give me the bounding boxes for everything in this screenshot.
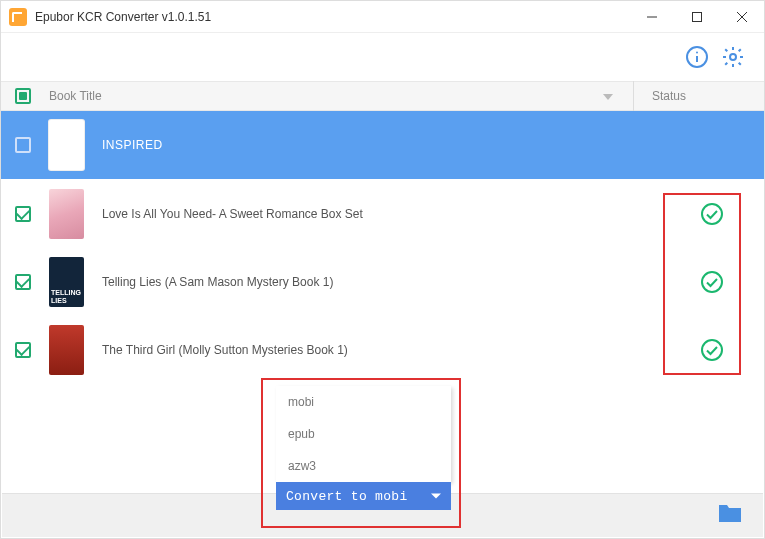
column-header-title[interactable]: Book Title bbox=[49, 89, 633, 103]
book-title: Love Is All You Need- A Sweet Romance Bo… bbox=[102, 207, 659, 221]
gear-icon[interactable] bbox=[720, 44, 746, 70]
maximize-button[interactable] bbox=[674, 2, 719, 32]
svg-rect-1 bbox=[692, 12, 701, 21]
table-row[interactable]: INSPIRED bbox=[1, 111, 764, 179]
format-dropdown: mobi epub azw3 Convert to mobi bbox=[276, 386, 451, 510]
window-controls bbox=[629, 2, 764, 32]
app-icon bbox=[9, 8, 27, 26]
book-title: The Third Girl (Molly Sutton Mysteries B… bbox=[102, 343, 659, 357]
table-row[interactable]: TELLINGLIES Telling Lies (A Sam Mason My… bbox=[1, 247, 764, 315]
book-thumbnail bbox=[49, 120, 84, 170]
column-status-label: Status bbox=[652, 89, 686, 103]
app-window: Epubor KCR Converter v1.0.1.51 bbox=[0, 0, 765, 539]
book-list: INSPIRED Love Is All You Need- A Sweet R… bbox=[1, 111, 764, 383]
convert-button-label: Convert to mobi bbox=[286, 489, 408, 504]
svg-point-8 bbox=[702, 204, 722, 224]
close-button[interactable] bbox=[719, 2, 764, 32]
column-title-label: Book Title bbox=[49, 89, 102, 103]
checkmark-icon bbox=[700, 270, 724, 294]
column-header-status[interactable]: Status bbox=[634, 89, 764, 103]
folder-icon[interactable] bbox=[717, 502, 743, 527]
svg-point-9 bbox=[702, 272, 722, 292]
status-cell bbox=[659, 202, 764, 226]
dropdown-option-azw3[interactable]: azw3 bbox=[276, 450, 451, 482]
row-checkbox[interactable] bbox=[15, 274, 31, 290]
status-cell bbox=[659, 338, 764, 362]
row-checkbox[interactable] bbox=[15, 342, 31, 358]
chevron-down-icon bbox=[431, 494, 441, 499]
toolbar bbox=[1, 33, 764, 81]
checkmark-icon bbox=[700, 338, 724, 362]
convert-button[interactable]: Convert to mobi bbox=[276, 482, 451, 510]
table-row[interactable]: Love Is All You Need- A Sweet Romance Bo… bbox=[1, 179, 764, 247]
minimize-button[interactable] bbox=[629, 2, 674, 32]
dropdown-option-epub[interactable]: epub bbox=[276, 418, 451, 450]
svg-point-10 bbox=[702, 340, 722, 360]
checkmark-icon bbox=[700, 202, 724, 226]
book-title: Telling Lies (A Sam Mason Mystery Book 1… bbox=[102, 275, 659, 289]
select-all-checkbox[interactable] bbox=[15, 88, 31, 104]
row-checkbox[interactable] bbox=[15, 206, 31, 222]
sort-icon bbox=[603, 89, 613, 103]
svg-point-5 bbox=[696, 52, 698, 54]
book-thumbnail bbox=[49, 325, 84, 375]
dropdown-option-mobi[interactable]: mobi bbox=[276, 386, 451, 418]
book-thumbnail bbox=[49, 189, 84, 239]
info-icon[interactable] bbox=[684, 44, 710, 70]
titlebar: Epubor KCR Converter v1.0.1.51 bbox=[1, 1, 764, 33]
svg-point-7 bbox=[730, 54, 736, 60]
dropdown-menu: mobi epub azw3 bbox=[276, 386, 451, 482]
book-thumbnail: TELLINGLIES bbox=[49, 257, 84, 307]
window-title: Epubor KCR Converter v1.0.1.51 bbox=[35, 10, 629, 24]
table-row[interactable]: The Third Girl (Molly Sutton Mysteries B… bbox=[1, 315, 764, 383]
row-checkbox[interactable] bbox=[15, 137, 31, 153]
status-cell bbox=[659, 270, 764, 294]
columns-header: Book Title Status bbox=[1, 81, 764, 111]
book-title: INSPIRED bbox=[102, 138, 659, 152]
